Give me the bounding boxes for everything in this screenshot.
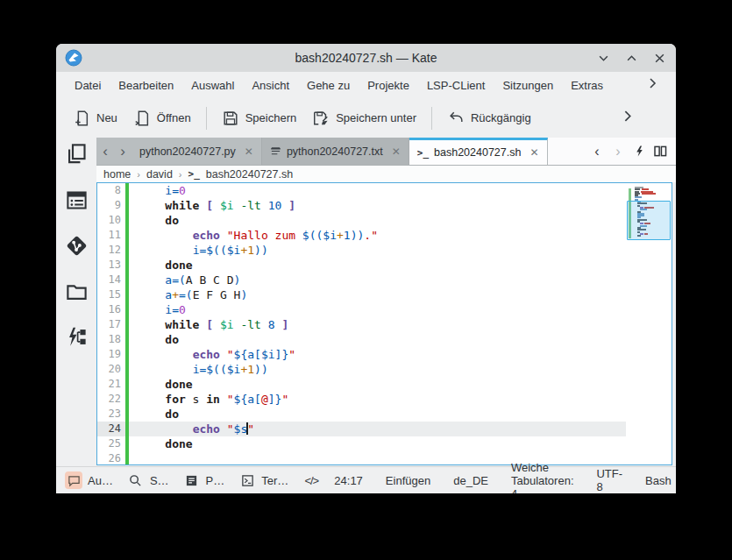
code-line-22[interactable]: 22 for s in "${a[@]}" (97, 392, 626, 407)
projects-panel-button[interactable]: P… (183, 471, 225, 489)
menu-lsp-client[interactable]: LSP-CLient (419, 75, 493, 96)
code-line-20[interactable]: 20 i=$(($i+1)) (97, 362, 626, 377)
code-text: done (129, 377, 626, 392)
new-button[interactable]: Neu (65, 104, 125, 132)
statusbar: Au… S… P… Ter… </> 24:17 Einfügen de_DE (56, 466, 676, 493)
menu-projekte[interactable]: Projekte (359, 75, 417, 96)
menu-gehe-zu[interactable]: Gehe zu (299, 75, 358, 96)
tab-close-icon[interactable]: ✕ (388, 145, 401, 158)
toolbar-separator (431, 107, 432, 130)
editor-column: ‹ › python20240727.py ✕ python20240727.t… (96, 138, 676, 466)
terminal-panel-label: Ter… (261, 474, 288, 487)
save-as-button-label: Speichern unter (336, 111, 416, 124)
open-button[interactable]: Öffnen (125, 104, 199, 132)
output-panel-button[interactable]: Au… (65, 471, 113, 489)
code-rows: 8 i=09 while [ $i -lt 10 ]10 do11 echo "… (97, 183, 626, 464)
history-forward-icon[interactable]: › (609, 142, 627, 161)
menu-overflow-chevron-icon[interactable] (646, 77, 658, 93)
code-text: do (129, 332, 626, 347)
line-number: 26 (97, 451, 125, 465)
titlebar[interactable]: bash20240727.sh — Kate (56, 44, 676, 72)
code-line-17[interactable]: 17 while [ $i -lt 8 ] (97, 317, 626, 332)
minimap-viewport[interactable] (627, 201, 671, 240)
lsp-symbols-icon[interactable] (65, 325, 89, 352)
symbols-panel-button[interactable]: </> (302, 471, 320, 489)
toolbar: Neu Öffnen Speichern Speichern unter Rüc… (56, 98, 676, 138)
code-line-24[interactable]: 24 echo "$s" (97, 422, 626, 436)
left-sidebar (56, 138, 96, 466)
minimap-scrollbar[interactable] (626, 183, 672, 464)
history-back-icon[interactable]: ‹ (588, 142, 606, 161)
toolbar-separator (206, 107, 207, 130)
projects-panel-label: P… (206, 474, 225, 487)
code-text: i=0 (129, 302, 626, 317)
code-text: i=$(($i+1)) (129, 243, 626, 258)
breadcrumb-file[interactable]: bash20240727.sh (206, 168, 293, 181)
git-icon[interactable] (65, 234, 89, 261)
tab-close-icon[interactable]: ✕ (526, 146, 538, 159)
search-panel-label: S… (150, 474, 169, 487)
dictionary[interactable]: de_DE (453, 474, 488, 487)
code-line-15[interactable]: 15 a+=(E F G H) (97, 287, 626, 302)
tab-close-icon[interactable]: ✕ (241, 145, 253, 158)
tab-python-txt[interactable]: python20240727.txt ✕ (262, 138, 409, 165)
menu-datei[interactable]: Datei (67, 75, 109, 96)
maximize-icon[interactable] (625, 52, 637, 64)
code-line-14[interactable]: 14 a=(A B C D) (97, 273, 626, 287)
line-number: 16 (97, 302, 125, 317)
terminal-panel-button[interactable]: Ter… (238, 471, 288, 489)
code-line-23[interactable]: 23 do (97, 407, 626, 422)
breadcrumb-home[interactable]: home (103, 168, 131, 181)
code-line-9[interactable]: 9 while [ $i -lt 10 ] (97, 198, 626, 213)
line-number: 19 (97, 347, 125, 362)
tabs-scroll-left-icon[interactable]: ‹ (96, 138, 114, 165)
code-line-16[interactable]: 16 i=0 (97, 302, 626, 317)
text-editor[interactable]: 8 i=09 while [ $i -lt 10 ]10 do11 echo "… (96, 182, 672, 465)
menu-ansicht[interactable]: Ansicht (244, 75, 297, 96)
terminal-box-icon (238, 471, 256, 489)
code-line-8[interactable]: 8 i=0 (97, 183, 626, 198)
documents-list-icon[interactable] (65, 188, 89, 216)
save-as-button[interactable]: Speichern unter (304, 104, 424, 132)
minimize-icon[interactable] (597, 52, 609, 64)
code-line-12[interactable]: 12 i=$(($i+1)) (97, 243, 626, 258)
tab-python-py[interactable]: python20240727.py ✕ (131, 138, 262, 165)
encoding[interactable]: UTF-8 (596, 467, 622, 493)
menu-bearbeiten[interactable]: Bearbeiten (110, 75, 181, 96)
menu-sitzungen[interactable]: Sitzungen (494, 75, 561, 96)
split-view-icon[interactable] (651, 142, 669, 161)
code-line-13[interactable]: 13 done (97, 258, 626, 273)
code-line-11[interactable]: 11 echo "Hallo zum $(($i+1))." (97, 228, 626, 243)
syntax-mode[interactable]: Bash (645, 474, 672, 487)
tab-mode[interactable]: Weiche Tabulatoren: 4 (511, 461, 574, 494)
code-symbol-icon: </> (302, 471, 320, 489)
menu-extras[interactable]: Extras (563, 75, 611, 96)
cursor-position[interactable]: 24:17 (334, 474, 363, 487)
menu-auswahl[interactable]: Auswahl (183, 75, 242, 96)
tabs-scroll-right-icon[interactable]: › (114, 138, 131, 165)
code-line-19[interactable]: 19 echo "${a[$i]}" (97, 347, 626, 362)
undo-button[interactable]: Rückgängig (439, 104, 539, 132)
line-number: 25 (97, 436, 125, 451)
code-line-21[interactable]: 21 done (97, 377, 626, 392)
code-line-18[interactable]: 18 do (97, 332, 626, 347)
list-box-icon (183, 471, 201, 489)
line-number: 20 (97, 362, 125, 377)
search-panel-button[interactable]: S… (127, 471, 169, 489)
code-line-25[interactable]: 25 done (97, 436, 626, 451)
code-line-10[interactable]: 10 do (97, 213, 626, 228)
documents-copy-icon[interactable] (65, 142, 89, 169)
toolbar-overflow-chevron-icon[interactable] (621, 110, 634, 126)
breadcrumb: home › david › >_ bash20240727.sh (96, 166, 676, 182)
save-button[interactable]: Speichern (214, 104, 305, 132)
text-file-icon (270, 145, 281, 157)
quick-open-lightning-icon[interactable] (630, 142, 648, 161)
breadcrumb-david[interactable]: david (146, 168, 173, 181)
line-number: 10 (97, 213, 125, 228)
breadcrumb-chevron-icon: › (179, 169, 182, 180)
close-icon[interactable] (653, 52, 665, 64)
tab-bash-sh[interactable]: >_ bash20240727.sh ✕ (409, 138, 548, 165)
folder-icon[interactable] (65, 280, 89, 307)
code-text: echo "${a[$i]}" (129, 347, 626, 362)
insert-mode[interactable]: Einfügen (386, 474, 430, 487)
